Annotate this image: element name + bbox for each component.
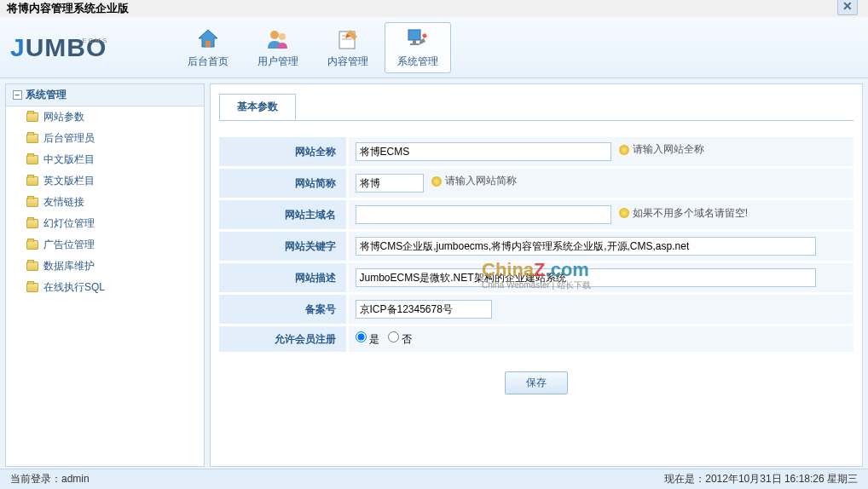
sidebar-item-ads[interactable]: 广告位管理 xyxy=(6,234,204,256)
hint: 如果不用多个域名请留空! xyxy=(619,206,748,221)
settings-form: 网站全称 请输入网站全称 网站简称 请输入网站简称 网站主域名 如果不用多个域名… xyxy=(219,137,854,354)
window-title: 将博内容管理系统企业版 xyxy=(7,2,129,14)
sidebar-item-cn-columns[interactable]: 中文版栏目 xyxy=(6,149,204,170)
nav-label: 内容管理 xyxy=(327,55,368,69)
sidebar-header[interactable]: − 系统管理 xyxy=(6,84,204,106)
folder-icon xyxy=(26,176,38,186)
radio-yes[interactable] xyxy=(356,331,367,342)
sidebar-item-admins[interactable]: 后台管理员 xyxy=(6,128,204,149)
label-description: 网站描述 xyxy=(219,262,347,294)
window-close-button[interactable]: ✕ xyxy=(837,0,858,15)
input-domain[interactable] xyxy=(356,205,611,224)
label-site-short: 网站简称 xyxy=(219,168,347,199)
label-domain: 网站主域名 xyxy=(219,199,347,231)
main-nav: 后台首页 用户管理 内容管理 系统管理 xyxy=(175,22,451,73)
input-description[interactable] xyxy=(356,268,816,287)
folder-icon xyxy=(26,134,38,143)
sidebar-item-slides[interactable]: 幻灯位管理 xyxy=(6,213,204,234)
folder-icon xyxy=(26,198,38,207)
status-now: 现在是：2012年10月31日 16:18:26 星期三 xyxy=(664,472,858,486)
svg-rect-0 xyxy=(205,41,211,47)
logo-subtext: ECMS xyxy=(82,37,108,44)
folder-icon xyxy=(26,283,38,292)
app-logo: JUMBO ECMS xyxy=(10,33,107,62)
radio-no[interactable] xyxy=(388,331,399,342)
label-keywords: 网站关键字 xyxy=(219,231,347,262)
sidebar-item-sql[interactable]: 在线执行SQL xyxy=(6,277,204,298)
folder-icon xyxy=(26,112,38,122)
bulb-icon xyxy=(619,208,629,218)
window-title-bar: 将博内容管理系统企业版 ✕ xyxy=(0,0,868,17)
nav-label: 用户管理 xyxy=(258,55,298,69)
main-area: − 系统管理 网站参数 后台管理员 中文版栏目 英文版栏目 友情链接 幻灯位管理… xyxy=(0,78,868,469)
nav-users[interactable]: 用户管理 xyxy=(245,22,311,73)
input-site-short[interactable] xyxy=(356,174,424,193)
hint: 请输入网站全称 xyxy=(619,142,704,157)
sidebar-title: 系统管理 xyxy=(26,88,67,102)
users-icon xyxy=(264,26,292,53)
input-keywords[interactable] xyxy=(356,237,816,256)
status-bar: 当前登录：admin 现在是：2012年10月31日 16:18:26 星期三 xyxy=(0,469,868,489)
nav-label: 系统管理 xyxy=(397,55,438,69)
input-icp[interactable] xyxy=(356,300,492,319)
label-allow-reg: 允许会员注册 xyxy=(219,325,347,354)
nav-content[interactable]: 内容管理 xyxy=(315,22,381,73)
svg-rect-7 xyxy=(413,40,416,43)
radio-no-wrap[interactable]: 否 xyxy=(388,333,412,345)
folder-icon xyxy=(26,262,38,271)
svg-rect-8 xyxy=(410,43,419,45)
label-icp: 备案号 xyxy=(219,294,347,325)
svg-rect-6 xyxy=(408,30,420,40)
bulb-icon xyxy=(619,145,629,155)
tab-basic-params[interactable]: 基本参数 xyxy=(219,94,296,120)
save-row: 保存 xyxy=(219,354,854,411)
folder-icon xyxy=(26,219,38,228)
nav-label: 后台首页 xyxy=(188,55,229,69)
folder-icon xyxy=(26,155,38,164)
sidebar-item-links[interactable]: 友情链接 xyxy=(6,192,204,213)
nav-system[interactable]: 系统管理 xyxy=(385,22,451,73)
status-login: 当前登录：admin xyxy=(10,472,90,486)
home-icon xyxy=(194,26,222,53)
bulb-icon xyxy=(431,176,442,187)
content-panel: 基本参数 网站全称 请输入网站全称 网站简称 请输入网站简称 网站主域名 xyxy=(210,83,863,467)
svg-point-1 xyxy=(270,31,279,39)
content-icon xyxy=(334,26,362,53)
app-header: JUMBO ECMS 后台首页 用户管理 内容管理 系统管理 xyxy=(0,17,868,78)
save-button[interactable]: 保存 xyxy=(505,371,568,394)
svg-point-2 xyxy=(279,33,286,40)
nav-home[interactable]: 后台首页 xyxy=(175,22,241,73)
sidebar: − 系统管理 网站参数 后台管理员 中文版栏目 英文版栏目 友情链接 幻灯位管理… xyxy=(5,83,205,467)
sidebar-item-site-params[interactable]: 网站参数 xyxy=(6,106,204,128)
folder-icon xyxy=(26,240,38,250)
hint: 请输入网站简称 xyxy=(431,174,517,188)
content-tabs: 基本参数 xyxy=(219,94,854,121)
system-icon xyxy=(404,26,431,53)
input-site-name[interactable] xyxy=(356,142,611,161)
sidebar-item-en-columns[interactable]: 英文版栏目 xyxy=(6,170,204,192)
radio-yes-wrap[interactable]: 是 xyxy=(356,333,379,345)
sidebar-item-db[interactable]: 数据库维护 xyxy=(6,256,204,277)
label-site-name: 网站全称 xyxy=(219,137,347,168)
collapse-icon[interactable]: − xyxy=(13,90,22,100)
